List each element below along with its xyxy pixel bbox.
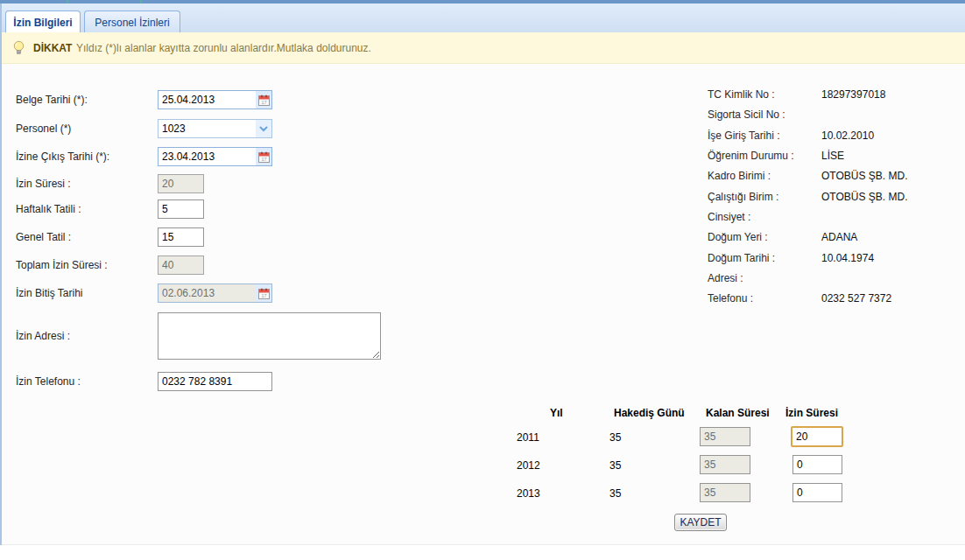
chevron-down-icon (259, 126, 268, 132)
toplam-izin-suresi-label: Toplam İzin Süresi : (16, 259, 154, 271)
svg-text:17: 17 (261, 292, 266, 298)
ogrenim-durumu-label: Öğrenim Durumu : (708, 150, 817, 162)
hakedis-cell: 35 (609, 487, 621, 500)
calendar-icon: 17 (258, 151, 270, 163)
lightbulb-icon (12, 40, 25, 56)
telefonu-value: 0232 527 7372 (821, 292, 961, 304)
kalan-suresi-input (700, 483, 750, 502)
calistigi-birim-value: OTOBÜS ŞB. MD. (821, 191, 961, 203)
kalan-suresi-input (700, 455, 750, 474)
dogum-tarihi-label: Doğum Tarihi : (708, 252, 817, 264)
hakedis-cell: 35 (609, 431, 621, 444)
izin-adresi-label: İzin Adresi : (16, 330, 154, 342)
kaydet-button[interactable]: KAYDET (674, 514, 727, 531)
izin-telefonu-label: İzin Telefonu : (16, 375, 154, 388)
personel-combo (158, 119, 272, 138)
haftalik-tatili-input[interactable] (158, 200, 204, 219)
ise-giris-tarihi-value: 10.02.2010 (821, 130, 961, 142)
belge-tarihi-datefield: 17 (158, 90, 272, 109)
izin-bitis-input (158, 284, 256, 302)
toplam-izin-suresi-input (158, 256, 204, 275)
calendar-icon: 17 (258, 94, 270, 106)
sigorta-sicil-no-label: Sigorta Sicil No : (708, 108, 817, 121)
izin-adresi-textarea[interactable] (158, 312, 381, 360)
tab-personel-izinleri[interactable]: Personel İzinleri (84, 10, 180, 35)
izin-suresi-input (158, 174, 204, 193)
hakedis-cell: 35 (609, 459, 621, 472)
year-cell: 2013 (517, 487, 540, 500)
izine-cikis-input[interactable] (158, 148, 256, 165)
personel-combo-input[interactable] (158, 120, 256, 137)
combo-trigger[interactable] (256, 120, 271, 137)
svg-text:17: 17 (261, 156, 266, 161)
calistigi-birim-label: Çalıştığı Birim : (708, 191, 817, 203)
telefonu-label: Telefonu : (708, 292, 817, 304)
izin-suresi-label: İzin Süresi : (16, 178, 154, 190)
ogrenim-durumu-value: LİSE (821, 150, 961, 162)
dogum-tarihi-value: 10.04.1974 (821, 252, 961, 264)
kalan-suresi-input (700, 427, 750, 446)
calendar-trigger[interactable]: 17 (256, 148, 271, 165)
genel-tatil-label: Genel Tatil : (16, 231, 154, 243)
adresi-label: Adresi : (708, 272, 817, 284)
year-cell: 2012 (517, 459, 540, 472)
year-cell: 2011 (517, 431, 539, 444)
personel-label: Personel (*) (16, 122, 154, 135)
dogum-yeri-label: Doğum Yeri : (708, 231, 817, 243)
izin-suresi-2011-input[interactable] (791, 426, 843, 447)
header-hakedis-gunu: Hakediş Günü (614, 407, 685, 419)
svg-text:17: 17 (261, 99, 266, 104)
notice-title: DİKKAT (33, 42, 72, 54)
belge-tarihi-input[interactable] (158, 91, 256, 108)
izin-bitis-datefield: 17 (158, 284, 272, 303)
calendar-icon: 17 (258, 288, 270, 299)
notice-text: Yıldız (*)lı alanlar kayıtta zorunlu ala… (76, 42, 371, 54)
tc-kimlik-no-label: TC Kimlik No : (708, 88, 817, 101)
kadro-birimi-label: Kadro Birimi : (708, 170, 817, 182)
notice-bar: DİKKAT Yıldız (*)lı alanlar kayıtta zoru… (0, 32, 965, 64)
tc-kimlik-no-value: 18297397018 (821, 88, 961, 101)
izin-bitis-tarihi-label: İzin Bitiş Tarihi (16, 287, 154, 299)
izin-telefonu-input[interactable] (158, 372, 272, 391)
haftalik-tatili-label: Haftalık Tatili : (16, 203, 154, 215)
tab-bar: İzin Bilgileri Personel İzinleri (0, 4, 965, 32)
header-izin-suresi: İzin Süresi (785, 407, 838, 419)
izine-cikis-tarihi-label: İzine Çıkış Tarihi (*): (16, 150, 154, 163)
izine-cikis-datefield: 17 (158, 147, 272, 166)
kadro-birimi-value: OTOBÜS ŞB. MD. (821, 170, 961, 182)
cinsiyet-label: Cinsiyet : (708, 211, 817, 223)
ise-giris-tarihi-label: İşe Giriş Tarihi : (708, 130, 817, 142)
izin-suresi-2013-input[interactable] (792, 483, 842, 502)
belge-tarihi-label: Belge Tarihi (*): (16, 94, 154, 106)
genel-tatil-input[interactable] (158, 228, 204, 247)
dogum-yeri-value: ADANA (821, 231, 961, 243)
header-kalan-suresi: Kalan Süresi (706, 407, 770, 419)
calendar-trigger[interactable]: 17 (256, 91, 271, 108)
izin-suresi-2012-input[interactable] (792, 455, 842, 474)
calendar-trigger[interactable]: 17 (256, 284, 271, 302)
header-yil: Yıl (550, 407, 563, 419)
